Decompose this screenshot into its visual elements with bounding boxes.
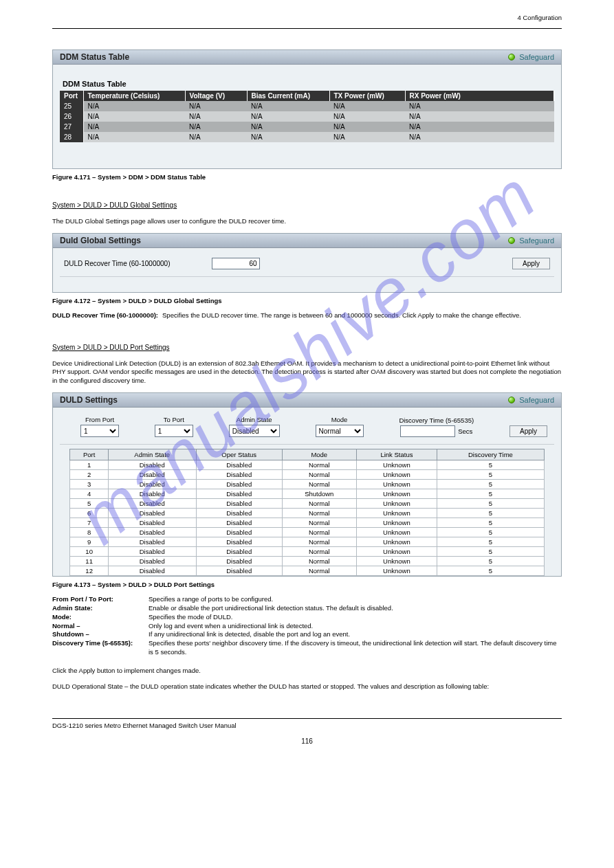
duld-port-titlebar: DULD Settings Safeguard (53, 393, 561, 408)
page-top-rule (52, 28, 562, 29)
table-cell: 5 (437, 480, 544, 489)
table-cell: 10 (70, 547, 109, 557)
field-row: Discovery Time (5-65535):Specifies these… (52, 639, 562, 657)
duld-apply-line: Click the Apply button to implement chan… (52, 667, 562, 676)
table-cell: N/A (329, 132, 405, 142)
table-row: 11DisabledDisabledNormalUnknown5 (70, 557, 544, 566)
table-cell: Disabled (196, 566, 282, 576)
mode-field: Mode Normal (316, 416, 364, 437)
table-cell: N/A (247, 132, 329, 142)
field-desc: Specifies these ports' neighbor discover… (149, 639, 562, 657)
table-cell: Unknown (356, 557, 437, 566)
ddm-panel-title: DDM Status Table (60, 52, 129, 62)
table-row: 2DisabledDisabledNormalUnknown5 (70, 470, 544, 480)
table-cell: Disabled (196, 528, 282, 537)
mode-select[interactable]: Normal (316, 425, 364, 437)
admin-state-label: Admin State (237, 416, 272, 423)
field-name: Normal – (52, 622, 149, 631)
table-cell: 11 (70, 557, 109, 566)
secs-label: Secs (458, 427, 472, 435)
table-cell: Disabled (108, 489, 196, 499)
table-row: 26N/AN/AN/AN/AN/A (60, 111, 554, 122)
safeguard-label: Safeguard (519, 396, 554, 404)
table-cell: Normal (282, 566, 356, 576)
table-cell: Unknown (356, 480, 437, 489)
table-cell: 5 (437, 547, 544, 557)
table-row: 27N/AN/AN/AN/AN/A (60, 122, 554, 132)
table-cell: 5 (437, 566, 544, 576)
table-cell: N/A (329, 111, 405, 122)
table-row: 1DisabledDisabledNormalUnknown5 (70, 460, 544, 470)
table-cell: Disabled (108, 470, 196, 480)
fig1-caption: Figure 4.171 – System > DDM > DDM Status… (52, 173, 562, 181)
table-cell: Normal (282, 557, 356, 566)
field-name: Admin State: (52, 604, 149, 613)
table-cell: N/A (247, 111, 329, 122)
table-cell: N/A (185, 101, 247, 111)
figure-duld-port: DULD Settings Safeguard From Port 1 To P… (52, 392, 562, 577)
text-duld-port: Device Unidirectional Link Detection (DU… (52, 359, 562, 386)
table-cell: Disabled (196, 489, 282, 499)
field-desc: Enable or disable the port unidirectiona… (149, 604, 562, 613)
duld-global-panel: Duld Global Settings Safeguard DULD Reco… (52, 233, 562, 293)
duld-port-table: Port Admin State Oper Status Mode Link S… (69, 449, 544, 576)
table-cell: Disabled (108, 509, 196, 518)
table-cell: N/A (83, 132, 185, 142)
apply-button[interactable]: Apply (509, 425, 547, 437)
duld-global-body: DULD Recover Time (60-1000000) Apply (53, 248, 561, 292)
table-cell: Disabled (196, 537, 282, 547)
ddm-table-title: DDM Status Table (63, 80, 554, 88)
mode-label: Mode (331, 416, 348, 423)
th-mode: Mode (282, 449, 356, 460)
ddm-th-temp: Temperature (Celsius) (83, 91, 185, 101)
discovery-time-label: Discovery Time (5-65535) (399, 416, 474, 424)
table-cell: Disabled (108, 528, 196, 537)
ddm-th-bias: Bias Current (mA) (247, 91, 329, 101)
ddm-panel: DDM Status Table Safeguard DDM Status Ta… (52, 49, 562, 169)
th-disc: Discovery Time (437, 449, 544, 460)
from-port-select[interactable]: 1 (80, 425, 119, 437)
safeguard-icon (508, 54, 515, 60)
duld-recover-input[interactable] (212, 258, 260, 269)
table-cell: 5 (437, 489, 544, 499)
from-port-label: From Port (85, 416, 114, 423)
table-cell: Unknown (356, 547, 437, 557)
table-cell: 3 (70, 480, 109, 489)
ddm-panel-titlebar: DDM Status Table Safeguard (53, 50, 561, 65)
admin-state-select[interactable]: Disabled (229, 425, 280, 437)
table-cell: N/A (185, 111, 247, 122)
duld-port-title: DULD Settings (60, 395, 118, 405)
field-desc: Specifies a range of ports to be configu… (149, 595, 562, 604)
table-cell: Unknown (356, 499, 437, 509)
table-cell: Normal (282, 528, 356, 537)
apply-button[interactable]: Apply (512, 258, 550, 269)
duld-recover-label: DULD Recover Time (60-1000000) (64, 260, 171, 267)
table-cell: N/A (329, 101, 405, 111)
duld-port-body: From Port 1 To Port 1 Admin State Disabl… (53, 408, 561, 576)
heading-duld-global: System > DULD > DULD Global Settings (52, 201, 177, 209)
table-cell: Normal (282, 518, 356, 528)
field-name: DULD Recover Time (60-1000000): (52, 311, 162, 320)
table-cell: Unknown (356, 566, 437, 576)
table-cell: 5 (70, 499, 109, 509)
apply-field: Apply (509, 416, 547, 437)
table-cell: Disabled (108, 499, 196, 509)
duld-state-line: DULD Operational State – the DULD operat… (52, 682, 562, 691)
text-duld-global: The DULD Global Settings page allows use… (52, 217, 562, 226)
safeguard-icon (508, 237, 515, 244)
table-cell: Disabled (196, 518, 282, 528)
table-cell: Unknown (356, 470, 437, 480)
table-cell: Disabled (196, 480, 282, 489)
heading-duld-port: System > DULD > DULD Port Settings (52, 344, 170, 351)
table-cell: 7 (70, 518, 109, 528)
discovery-time-field: Discovery Time (5-65535) Secs (399, 416, 474, 437)
table-row: 7DisabledDisabledNormalUnknown5 (70, 518, 544, 528)
duld-global-title: Duld Global Settings (60, 236, 141, 245)
to-port-select[interactable]: 1 (155, 425, 193, 437)
table-cell: Unknown (356, 537, 437, 547)
table-row: 9DisabledDisabledNormalUnknown5 (70, 537, 544, 547)
field-desc: If any unidirectional link is detected, … (149, 630, 562, 639)
table-row: 12DisabledDisabledNormalUnknown5 (70, 566, 544, 576)
fig2-caption: Figure 4.172 – System > DULD > DULD Glob… (52, 297, 562, 304)
discovery-time-input[interactable] (400, 425, 455, 437)
